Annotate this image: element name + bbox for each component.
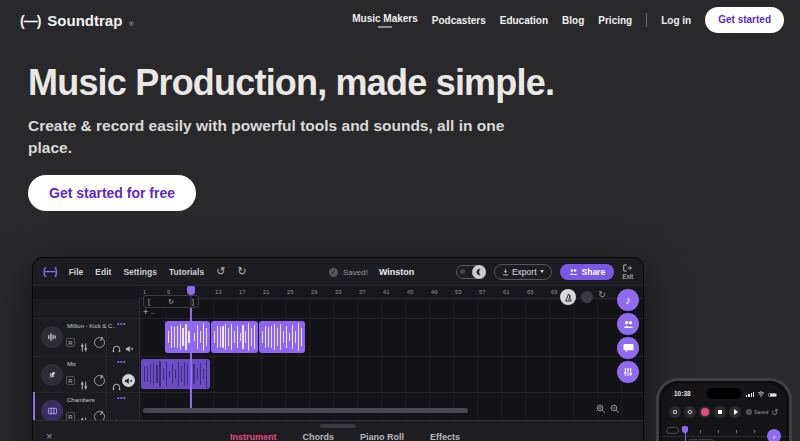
record-button[interactable] bbox=[699, 406, 711, 418]
ruler-bar-number: 29 bbox=[311, 289, 318, 295]
studio-topbar: (—) File Edit Settings Tutorials ↺ ↻ ✓ S… bbox=[33, 258, 643, 286]
ruler-bar-number: 37 bbox=[359, 289, 366, 295]
music-note-icon: ♪ bbox=[772, 433, 776, 440]
mixer-button[interactable] bbox=[617, 361, 639, 383]
audio-clip-drums-2[interactable] bbox=[211, 321, 258, 353]
export-button[interactable]: Export bbox=[494, 264, 552, 280]
studio-logo-icon[interactable]: (—) bbox=[43, 266, 57, 277]
effects-icon[interactable] bbox=[80, 338, 88, 356]
phone-loops-button[interactable]: ♪ bbox=[767, 429, 781, 441]
transport-square-button[interactable] bbox=[669, 406, 681, 418]
track-menu-icon[interactable]: ••• bbox=[117, 394, 126, 401]
track-instrument-button[interactable] bbox=[41, 364, 63, 386]
ruler-bar-number: 49 bbox=[431, 289, 438, 295]
track-row-mic: Mic ••• R bbox=[33, 356, 140, 392]
transport-diamond-button[interactable] bbox=[684, 406, 696, 418]
transport-diamond-icon bbox=[687, 409, 693, 415]
track-name: Chambers bbox=[67, 397, 95, 403]
metronome-button[interactable] bbox=[560, 289, 576, 305]
ruler-bar-number: 61 bbox=[503, 289, 510, 295]
track-row-drums: Million - Kick & C... ••• R bbox=[33, 318, 140, 356]
chat-button[interactable] bbox=[617, 337, 639, 359]
zoom-controls bbox=[596, 404, 620, 414]
nav-education[interactable]: Education bbox=[500, 15, 548, 26]
registered-mark: ® bbox=[129, 21, 133, 27]
loops-library-button[interactable]: ♪ bbox=[617, 289, 639, 311]
add-track-button[interactable]: + – bbox=[143, 307, 155, 317]
moon-icon bbox=[472, 265, 486, 279]
panel-drag-handle[interactable] bbox=[320, 424, 356, 428]
nav-music-makers[interactable]: Music Makers bbox=[352, 13, 418, 28]
menu-settings[interactable]: Settings bbox=[123, 267, 157, 277]
soundtrap-logo[interactable]: (—) Soundtrap ® bbox=[20, 12, 134, 29]
speaker-wave-icon bbox=[47, 332, 58, 342]
phone-saved-label: Saved bbox=[754, 409, 768, 415]
stop-button[interactable] bbox=[714, 406, 726, 418]
saved-status: Saved! bbox=[343, 268, 368, 277]
hero-title: Music Production, made simple. bbox=[28, 62, 780, 104]
phone-transport-bar: ✓ Saved bbox=[669, 406, 768, 418]
ruler-bar-number: 41 bbox=[383, 289, 390, 295]
tab-instrument[interactable]: Instrument bbox=[230, 432, 277, 441]
share-button[interactable]: Share bbox=[560, 264, 615, 280]
zoom-in-icon[interactable] bbox=[596, 404, 606, 414]
hero-get-started-button[interactable]: Get started for free bbox=[28, 175, 196, 211]
loop-toggle-icon[interactable]: ↻ bbox=[598, 289, 606, 300]
audio-clip-mic[interactable] bbox=[141, 359, 210, 389]
exit-button[interactable]: Exit bbox=[622, 264, 633, 280]
loop-start-icon[interactable]: [ bbox=[148, 298, 150, 305]
battery-icon bbox=[768, 393, 777, 398]
redo-icon[interactable]: ↻ bbox=[237, 266, 246, 277]
mute-icon[interactable] bbox=[125, 339, 134, 357]
undo-icon[interactable]: ↺ bbox=[771, 408, 778, 417]
chat-bubble-icon bbox=[623, 343, 634, 353]
saved-check-icon: ✓ bbox=[329, 268, 338, 277]
zoom-out-icon[interactable] bbox=[610, 404, 620, 414]
record-arm-button[interactable]: R bbox=[66, 376, 75, 385]
menu-tutorials[interactable]: Tutorials bbox=[169, 267, 204, 277]
add-track-dash: – bbox=[151, 309, 155, 316]
transport-square-icon bbox=[673, 410, 677, 414]
track-name: Mic bbox=[67, 361, 76, 367]
nav-blog[interactable]: Blog bbox=[562, 15, 584, 26]
menu-file[interactable]: File bbox=[69, 267, 84, 277]
nav-login[interactable]: Log in bbox=[661, 15, 691, 26]
loop-cycle-icon[interactable]: ↻ bbox=[168, 298, 174, 306]
download-icon bbox=[502, 268, 509, 276]
undo-icon[interactable]: ↺ bbox=[216, 266, 225, 277]
menu-edit[interactable]: Edit bbox=[95, 267, 111, 277]
track-instrument-button[interactable] bbox=[41, 326, 63, 348]
tab-piano-roll[interactable]: Piano Roll bbox=[360, 432, 404, 441]
nav-get-started-button[interactable]: Get started bbox=[705, 7, 784, 33]
count-in-button[interactable] bbox=[581, 291, 593, 303]
loop-end-icon[interactable]: ] bbox=[192, 298, 194, 305]
headphones-icon[interactable] bbox=[112, 339, 121, 357]
track-menu-icon[interactable]: ••• bbox=[117, 358, 126, 365]
collaboration-button[interactable] bbox=[617, 313, 639, 335]
audio-clip-drums-1[interactable] bbox=[165, 321, 210, 353]
track-menu-icon[interactable]: ••• bbox=[117, 320, 126, 327]
nav-podcasters[interactable]: Podcasters bbox=[432, 15, 486, 26]
music-note-icon: ♪ bbox=[625, 294, 631, 306]
export-label: Export bbox=[512, 267, 537, 277]
volume-knob[interactable] bbox=[94, 375, 105, 386]
tab-chords[interactable]: Chords bbox=[303, 432, 335, 441]
volume-knob[interactable] bbox=[94, 337, 105, 348]
audio-clip-drums-3[interactable] bbox=[259, 321, 305, 353]
main-nav: Music Makers Podcasters Education Blog P… bbox=[352, 7, 784, 33]
nav-pricing[interactable]: Pricing bbox=[598, 15, 632, 26]
track-instrument-button[interactable] bbox=[41, 400, 63, 422]
ruler-bar-number: 45 bbox=[407, 289, 414, 295]
record-arm-button[interactable]: R bbox=[66, 338, 75, 347]
close-panel-icon[interactable]: × bbox=[46, 430, 52, 441]
mute-button-active[interactable] bbox=[122, 374, 135, 387]
horizontal-scrollbar[interactable] bbox=[143, 408, 468, 413]
play-button[interactable] bbox=[729, 406, 741, 418]
tab-effects[interactable]: Effects bbox=[430, 432, 460, 441]
selected-track-indicator bbox=[33, 392, 35, 422]
dark-mode-toggle[interactable] bbox=[456, 265, 486, 279]
phone-save-status: ✓ Saved bbox=[746, 409, 768, 415]
dynamic-island bbox=[707, 388, 741, 399]
microphone-icon bbox=[47, 370, 57, 380]
phone-ruler-pill[interactable] bbox=[666, 427, 679, 434]
